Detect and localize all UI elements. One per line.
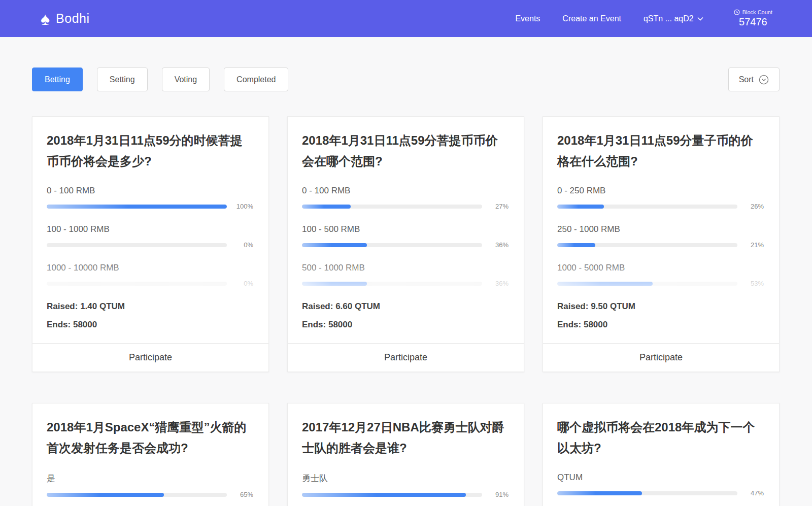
option-label: 0 - 250 RMB bbox=[557, 186, 764, 196]
option-progress-bar bbox=[302, 282, 482, 286]
option-progress-fill bbox=[302, 282, 367, 286]
nav-link-events[interactable]: Events bbox=[515, 14, 540, 23]
wallet-address: qSTn ... aqD2 bbox=[644, 14, 694, 23]
ends-block: Ends: 58000 bbox=[47, 320, 253, 330]
option-percent: 0% bbox=[227, 241, 253, 249]
participate-button[interactable]: Participate bbox=[288, 343, 524, 372]
option-label: 500 - 1000 RMB bbox=[302, 263, 509, 273]
bet-option: 0 - 100 RMB 100% bbox=[47, 186, 253, 210]
sort-button[interactable]: Sort bbox=[728, 68, 780, 91]
raised-amount: Raised: 1.40 QTUM bbox=[47, 301, 253, 312]
option-percent: 21% bbox=[737, 241, 764, 249]
option-progress-bar bbox=[557, 282, 737, 286]
event-card: 2017年12月27日NBA比赛勇士队对爵士队的胜者会是谁? 勇士队 91% P… bbox=[287, 403, 524, 506]
tab-setting[interactable]: Setting bbox=[97, 68, 148, 91]
option-label: 0 - 100 RMB bbox=[302, 186, 509, 196]
raised-amount: Raised: 9.50 QTUM bbox=[557, 301, 764, 312]
event-card: 2018年1月31日11点59分量子币的价格在什么范围? 0 - 250 RMB… bbox=[543, 116, 780, 372]
bet-option: 100 - 500 RMB 36% bbox=[302, 224, 509, 249]
option-label: 勇士队 bbox=[302, 473, 509, 484]
option-progress-bar bbox=[557, 243, 737, 247]
tab-voting[interactable]: Voting bbox=[162, 68, 210, 91]
navbar-links: Events Create an Event qSTn ... aqD2 Blo… bbox=[515, 9, 772, 28]
wallet-address-dropdown[interactable]: qSTn ... aqD2 bbox=[644, 14, 703, 23]
event-card: 2018年1月SpaceX“猎鹰重型”火箭的首次发射任务是否会成功? 是 65%… bbox=[32, 403, 269, 506]
bet-option: QTUM 47% bbox=[557, 473, 764, 497]
bet-option: 是 65% bbox=[47, 473, 253, 498]
navbar: ♠ Bodhi Events Create an Event qSTn ... … bbox=[0, 0, 812, 37]
option-progress-fill bbox=[47, 205, 227, 209]
option-progress-bar bbox=[557, 205, 737, 209]
event-options: 勇士队 91% bbox=[302, 473, 509, 498]
sort-chevron-circle-icon bbox=[759, 75, 769, 85]
brand-logo[interactable]: ♠ Bodhi bbox=[41, 10, 90, 27]
option-progress-bar bbox=[302, 205, 482, 209]
option-progress-fill bbox=[302, 493, 466, 497]
option-progress-fill bbox=[302, 243, 367, 247]
bet-option: 1000 - 5000 RMB 53% bbox=[557, 263, 764, 287]
event-title: 2018年1月31日11点59分的时候菩提币币价将会是多少? bbox=[47, 130, 253, 172]
event-card-body: 哪个虚拟币将会在2018年成为下一个以太坊? QTUM 47% bbox=[543, 403, 779, 506]
event-title: 2018年1月SpaceX“猎鹰重型”火箭的首次发射任务是否会成功? bbox=[47, 417, 253, 458]
option-percent: 26% bbox=[737, 203, 764, 210]
event-card: 2018年1月31日11点59分菩提币币价会在哪个范围? 0 - 100 RMB… bbox=[287, 116, 524, 372]
option-label: 0 - 100 RMB bbox=[47, 186, 253, 196]
option-label: 是 bbox=[47, 473, 253, 484]
event-title: 2018年1月31日11点59分菩提币币价会在哪个范围? bbox=[302, 130, 509, 172]
event-grid: 2018年1月31日11点59分的时候菩提币币价将会是多少? 0 - 100 R… bbox=[32, 116, 780, 506]
bet-option: 250 - 1000 RMB 21% bbox=[557, 224, 764, 249]
block-count: Block Count 57476 bbox=[734, 9, 772, 28]
option-progress-fill bbox=[302, 205, 351, 209]
ends-block: Ends: 58000 bbox=[302, 320, 509, 330]
option-label: 1000 - 5000 RMB bbox=[557, 263, 764, 273]
raised-amount: Raised: 6.60 QTUM bbox=[302, 301, 509, 312]
option-label: 100 - 1000 RMB bbox=[47, 224, 253, 234]
option-percent: 65% bbox=[227, 491, 253, 498]
event-options: 0 - 250 RMB 26% 250 - 1000 RMB 21% 1000 … bbox=[557, 186, 764, 287]
ends-block: Ends: 58000 bbox=[557, 320, 764, 330]
filter-bar: Betting Setting Voting Completed Sort bbox=[32, 68, 780, 91]
sort-label: Sort bbox=[739, 75, 754, 84]
tab-betting[interactable]: Betting bbox=[32, 68, 83, 91]
event-options: 是 65% bbox=[47, 473, 253, 498]
option-label: QTUM bbox=[557, 473, 764, 483]
event-card: 哪个虚拟币将会在2018年成为下一个以太坊? QTUM 47% Particip… bbox=[543, 403, 780, 506]
option-percent: 36% bbox=[482, 241, 509, 249]
tab-completed[interactable]: Completed bbox=[224, 68, 288, 91]
event-title: 2018年1月31日11点59分量子币的价格在什么范围? bbox=[557, 130, 764, 172]
event-options: 0 - 100 RMB 100% 100 - 1000 RMB 0% 1000 … bbox=[47, 186, 253, 287]
event-card-body: 2018年1月31日11点59分的时候菩提币币价将会是多少? 0 - 100 R… bbox=[32, 117, 268, 343]
option-percent: 27% bbox=[482, 203, 509, 210]
bet-option: 1000 - 10000 RMB 0% bbox=[47, 263, 253, 287]
bet-option: 勇士队 91% bbox=[302, 473, 509, 498]
event-card-body: 2017年12月27日NBA比赛勇士队对爵士队的胜者会是谁? 勇士队 91% bbox=[288, 403, 524, 506]
option-percent: 0% bbox=[227, 280, 253, 287]
option-progress-bar bbox=[47, 205, 227, 209]
option-label: 250 - 1000 RMB bbox=[557, 224, 764, 234]
option-percent: 100% bbox=[227, 203, 253, 210]
brand-name: Bodhi bbox=[56, 11, 89, 26]
option-progress-fill bbox=[47, 493, 164, 497]
option-label: 100 - 500 RMB bbox=[302, 224, 509, 234]
option-progress-fill bbox=[557, 243, 595, 247]
participate-button[interactable]: Participate bbox=[543, 343, 779, 372]
event-card-body: 2018年1月SpaceX“猎鹰重型”火箭的首次发射任务是否会成功? 是 65% bbox=[32, 403, 268, 506]
option-progress-fill bbox=[557, 205, 604, 209]
option-progress-bar bbox=[557, 491, 737, 495]
bet-option: 0 - 100 RMB 27% bbox=[302, 186, 509, 210]
event-card-body: 2018年1月31日11点59分菩提币币价会在哪个范围? 0 - 100 RMB… bbox=[288, 117, 524, 343]
main-content: Betting Setting Voting Completed Sort 20… bbox=[0, 37, 812, 506]
chevron-down-icon bbox=[697, 17, 703, 21]
option-progress-bar bbox=[302, 243, 482, 247]
event-title: 2017年12月27日NBA比赛勇士队对爵士队的胜者会是谁? bbox=[302, 417, 509, 458]
bet-option: 500 - 1000 RMB 36% bbox=[302, 263, 509, 287]
participate-button[interactable]: Participate bbox=[32, 343, 268, 372]
option-progress-bar bbox=[47, 493, 227, 497]
bet-option: 100 - 1000 RMB 0% bbox=[47, 224, 253, 249]
option-percent: 91% bbox=[482, 491, 509, 498]
event-card-body: 2018年1月31日11点59分量子币的价格在什么范围? 0 - 250 RMB… bbox=[543, 117, 779, 343]
block-count-label: Block Count bbox=[742, 9, 772, 15]
nav-link-create-event[interactable]: Create an Event bbox=[562, 14, 621, 23]
option-progress-bar bbox=[302, 493, 482, 497]
option-progress-bar bbox=[47, 282, 227, 286]
